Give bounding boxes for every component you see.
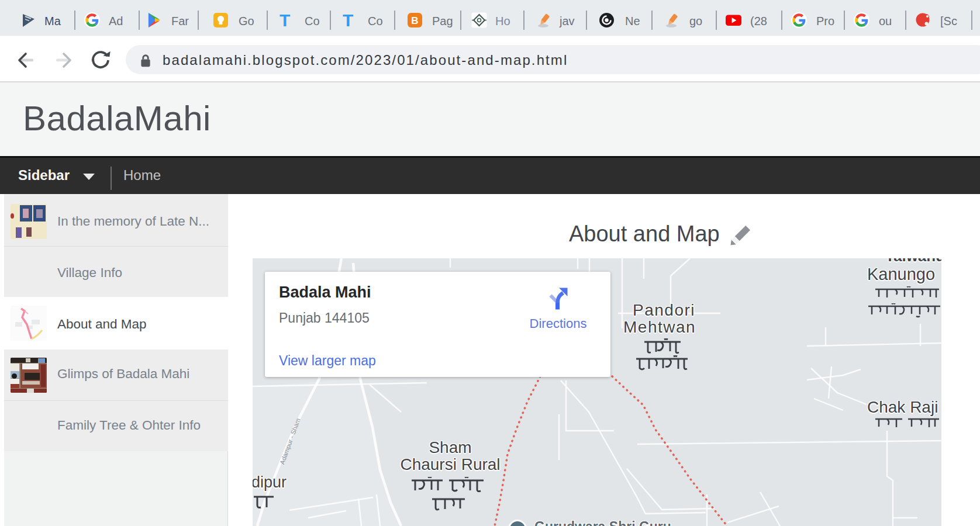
svg-text:B: B bbox=[411, 15, 418, 26]
